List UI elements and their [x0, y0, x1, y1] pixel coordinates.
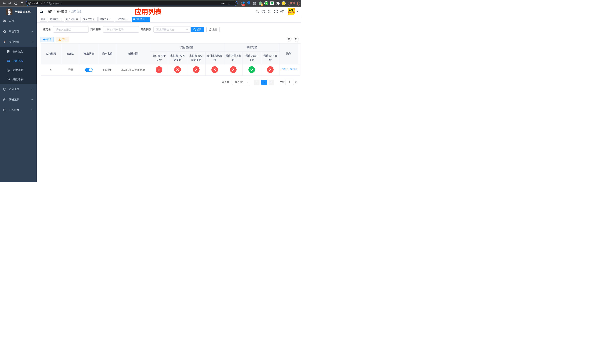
svg-text:Y: Y [266, 2, 267, 5]
svg-text:10: 10 [243, 4, 245, 6]
svg-text:¥: ¥ [4, 40, 6, 43]
svg-text:1: 1 [261, 4, 262, 6]
